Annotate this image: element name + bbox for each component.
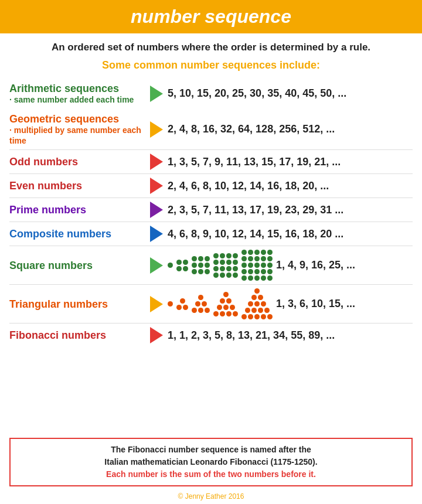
- tri-dot-10: [213, 292, 238, 316]
- fibonacci-arrow: [150, 327, 163, 343]
- subtitle: An ordered set of numbers where the orde…: [0, 33, 422, 57]
- sq-dot-1: [168, 263, 173, 268]
- square-arrow: [150, 257, 163, 274]
- list-item: Triangular numbers: [9, 284, 413, 323]
- arithmetic-sequence: 5, 10, 15, 20, 25, 30, 35, 40, 45, 50, .…: [168, 87, 413, 100]
- even-arrow: [150, 178, 163, 194]
- sq-dot-25: [241, 250, 273, 281]
- sq-dot-9: [192, 256, 210, 274]
- triangular-label: Triangular numbers: [9, 298, 150, 311]
- triangular-sequence: 1, 3, 6, 10, 15, ...: [276, 298, 413, 310]
- composite-arrow: [150, 226, 163, 242]
- fibonacci-label: Fibonacci numbers: [9, 329, 150, 342]
- geometric-arrow: [150, 121, 163, 138]
- even-label: Even numbers: [9, 179, 150, 193]
- list-item: Odd numbers 1, 3, 5, 7, 9, 11, 13, 15, 1…: [9, 149, 413, 173]
- footer-line3: Each number is the sum of the two number…: [106, 469, 316, 479]
- odd-sequence: 1, 3, 5, 7, 9, 11, 13, 15, 17, 19, 21, .…: [168, 156, 413, 168]
- geometric-sequence: 2, 4, 8, 16, 32, 64, 128, 256, 512, ...: [168, 123, 413, 135]
- tri-dot-6: [192, 295, 210, 313]
- tri-dot-1: [168, 301, 173, 307]
- list-item: Composite numbers 4, 6, 8, 9, 10, 12, 14…: [9, 222, 413, 246]
- composite-label: Composite numbers: [9, 227, 150, 241]
- list-item: Square numbers: [9, 246, 413, 284]
- square-label: Square numbers: [9, 259, 150, 273]
- page-header: number sequence: [0, 0, 422, 33]
- square-dots: 1, 4, 9, 16, 25, ...: [168, 250, 413, 281]
- prime-sequence: 2, 3, 5, 7, 11, 13, 17, 19, 23, 29, 31 .…: [168, 204, 413, 216]
- composite-sequence: 4, 6, 8, 9, 10, 12, 14, 15, 16, 18, 20 .…: [168, 228, 413, 240]
- fibonacci-sequence: 1, 1, 2, 3, 5, 8, 13, 21, 34, 55, 89, ..…: [168, 329, 413, 342]
- list-item: Prime numbers 2, 3, 5, 7, 11, 13, 17, 19…: [9, 197, 413, 222]
- prime-label: Prime numbers: [9, 203, 150, 217]
- list-item: Geometric sequences · multiplied by same…: [9, 109, 413, 150]
- square-sequence: 1, 4, 9, 16, 25, ...: [276, 259, 413, 271]
- arithmetic-arrow: [150, 86, 163, 102]
- footer-box: The Fibonacci number sequence is named a…: [9, 438, 413, 486]
- list-item: Fibonacci numbers 1, 1, 2, 3, 5, 8, 13, …: [9, 323, 413, 347]
- odd-label: Odd numbers: [9, 155, 150, 169]
- even-sequence: 2, 4, 6, 8, 10, 12, 14, 16, 18, 20, ...: [168, 180, 413, 192]
- prime-arrow: [150, 202, 163, 218]
- list-item: Arithmetic sequences · same number added…: [9, 79, 413, 109]
- tri-dot-15: [241, 288, 273, 319]
- sq-dot-4: [176, 260, 188, 271]
- list-item: Even numbers 2, 4, 6, 8, 10, 12, 14, 16,…: [9, 173, 413, 197]
- tri-dot-3: [176, 298, 188, 310]
- content-area: Arithmetic sequences · same number added…: [0, 76, 422, 433]
- geometric-label: Geometric sequences · multiplied by same…: [9, 113, 150, 147]
- page-title: number sequence: [12, 6, 410, 28]
- footer-line1: The Fibonacci number sequence is named a…: [20, 444, 402, 481]
- copyright: © Jenny Eather 2016: [0, 490, 422, 504]
- triangular-dots: 1, 3, 6, 10, 15, ...: [168, 288, 413, 319]
- triangular-arrow: [150, 296, 163, 312]
- odd-arrow: [150, 154, 163, 170]
- arithmetic-label: Arithmetic sequences · same number added…: [9, 82, 150, 105]
- sq-dot-16: [213, 253, 238, 278]
- common-label: Some common number sequences include:: [0, 57, 422, 76]
